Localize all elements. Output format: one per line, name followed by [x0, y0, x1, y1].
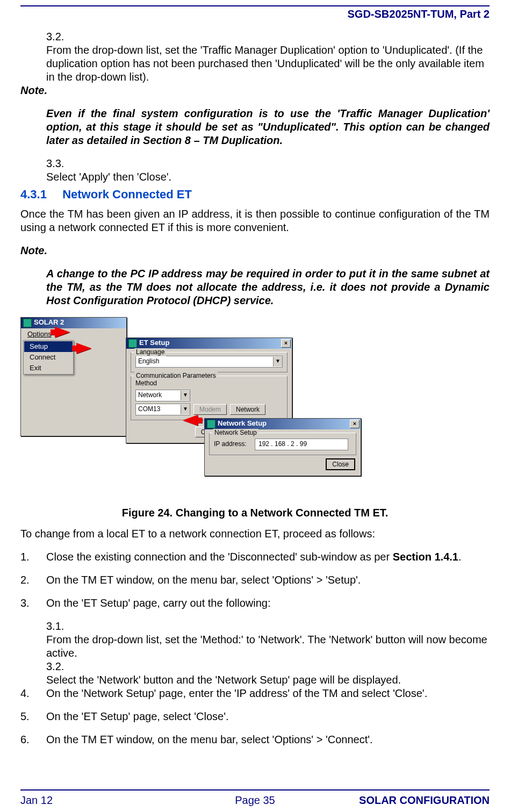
menu-item-setup[interactable]: Setup	[24, 341, 73, 352]
sec431-intro: Once the TM has been given an IP address…	[20, 207, 490, 234]
note1-head: Note.	[20, 84, 490, 97]
language-group: Language English ▼	[131, 352, 288, 372]
figure-24-caption: Figure 24. Changing to a Network Connect…	[20, 506, 490, 520]
note1-body: Even if the final system configuration i…	[46, 107, 490, 147]
step2-text: On the TM ET window, on the menu bar, se…	[46, 573, 490, 587]
method-combo[interactable]: Network ▼	[135, 390, 190, 401]
step6-text: On the TM ET window, on the menu bar, se…	[46, 733, 490, 746]
rule-bottom	[20, 789, 490, 791]
language-value: English	[136, 357, 273, 365]
comm-params-group: Communication Parameters Method Network …	[131, 376, 288, 420]
et-setup-titlebar[interactable]: ET Setup ×	[126, 338, 292, 349]
rule-top	[20, 5, 490, 6]
step3-2-text: Select the 'Network' button and the 'Net…	[46, 673, 490, 687]
step3-text: On the 'ET Setup' page, carry out the fo…	[46, 597, 490, 610]
item-3-2-text: From the drop-down list, set the 'Traffi…	[46, 44, 490, 84]
step1-num: 1.	[20, 550, 46, 564]
step4-num: 4.	[20, 687, 46, 700]
chevron-down-icon[interactable]: ▼	[181, 405, 190, 414]
arrow-options-icon	[55, 327, 70, 337]
language-combo[interactable]: English ▼	[135, 356, 283, 368]
arrow-setup-icon	[76, 343, 91, 354]
step3-2-num: 3.2.	[46, 660, 490, 673]
et-setup-title: ET Setup	[139, 339, 169, 347]
footer-page: Page 35	[177, 794, 333, 807]
network-setup-group: Network Setup IP address: 192 . 168 . 2 …	[209, 433, 356, 455]
item-3-3-num: 3.3.	[46, 157, 490, 170]
doc-id-header: SGD-SB2025NT-TUM, Part 2	[20, 8, 490, 20]
network-setup-titlebar[interactable]: Network Setup ×	[205, 419, 361, 429]
step6-num: 6.	[20, 733, 46, 746]
app-icon	[23, 319, 32, 327]
method-label: Method	[135, 379, 283, 387]
footer-section: SOLAR CONFIGURATION	[333, 794, 490, 807]
item-3-3-text: Select 'Apply' then 'Close'.	[46, 170, 490, 184]
step1-text: Close the existing connection and the 'D…	[46, 550, 490, 564]
com-port-combo[interactable]: COM13 ▼	[135, 404, 190, 415]
ns-legend: Network Setup	[213, 429, 258, 437]
figure-24-image: SOLAR 2 Options Setup Connect Exit ET	[20, 317, 364, 505]
modem-button[interactable]: Modem	[193, 404, 227, 415]
afterfig-lead: To change from a local ET to a network c…	[20, 527, 490, 541]
item-3-2-num: 3.2.	[46, 30, 490, 44]
note2-head: Note.	[20, 244, 490, 257]
step3-1-text: From the drop-down list, set the 'Method…	[46, 633, 490, 660]
menu-item-exit[interactable]: Exit	[24, 363, 73, 373]
app-icon	[128, 339, 137, 348]
solar2-menubar[interactable]: Options	[21, 328, 126, 340]
note2-body: A change to the PC IP address may be req…	[46, 267, 490, 307]
ns-close-button[interactable]: Close	[326, 458, 355, 470]
page-footer: Jan 12 Page 35 SOLAR CONFIGURATION	[20, 792, 490, 812]
heading-4-3-1: 4.3.1 Network Connected ET	[20, 187, 490, 202]
network-setup-window: Network Setup × Network Setup IP address…	[204, 418, 361, 476]
arrow-method-icon	[183, 415, 198, 426]
solar2-window: SOLAR 2 Options Setup Connect Exit	[20, 317, 127, 436]
close-icon[interactable]: ×	[350, 420, 360, 428]
step4-text: On the 'Network Setup' page, enter the '…	[46, 687, 490, 700]
menu-item-connect[interactable]: Connect	[24, 352, 73, 363]
method-value: Network	[136, 391, 181, 399]
ip-address-label: IP address:	[214, 440, 252, 448]
heading-title: Network Connected ET	[62, 188, 192, 201]
heading-num: 4.3.1	[20, 187, 59, 202]
chevron-down-icon[interactable]: ▼	[181, 391, 190, 400]
ip-address-input[interactable]: 192 . 168 . 2 . 99	[255, 439, 348, 450]
solar2-titlebar[interactable]: SOLAR 2	[21, 318, 126, 328]
app-icon	[207, 420, 216, 428]
chevron-down-icon[interactable]: ▼	[273, 357, 282, 367]
solar2-title: SOLAR 2	[34, 318, 64, 327]
com-port-value: COM13	[136, 405, 181, 413]
footer-date: Jan 12	[20, 794, 177, 807]
close-icon[interactable]: ×	[281, 339, 291, 348]
comm-legend: Communication Parameters	[134, 372, 218, 380]
ip-address-value: 192 . 168 . 2 . 99	[258, 440, 307, 448]
step5-text: On the 'ET Setup' page, select 'Close'.	[46, 710, 490, 723]
step2-num: 2.	[20, 573, 46, 587]
step3-1-num: 3.1.	[46, 620, 490, 633]
language-legend: Language	[134, 348, 166, 356]
network-setup-title: Network Setup	[218, 419, 267, 428]
network-button[interactable]: Network	[230, 404, 265, 415]
step3-num: 3.	[20, 597, 46, 610]
step5-num: 5.	[20, 710, 46, 723]
options-menu-dropdown[interactable]: Setup Connect Exit	[23, 340, 74, 375]
